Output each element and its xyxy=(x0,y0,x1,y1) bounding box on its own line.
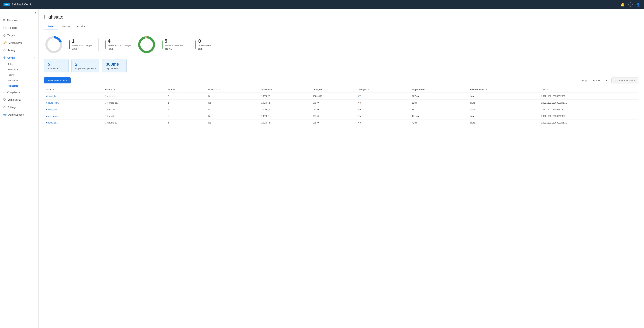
table-row: ensure_ser... ☐centos-co... 2 No 100% (2… xyxy=(44,100,638,106)
state-filter-icon[interactable]: ▼ xyxy=(53,89,54,91)
donut-chart-success xyxy=(137,35,156,54)
sidebar-subitem-file-server[interactable]: File Server xyxy=(0,78,38,83)
avg-minions-label: Avg Minions per State xyxy=(75,67,96,70)
tab-bar: States Minions Activity xyxy=(44,23,638,30)
dashboard-icon: ⊞ xyxy=(3,18,6,22)
clear-filters-button[interactable]: ▽ CLEAR FILTERS xyxy=(612,77,638,83)
state-link[interactable]: ubuntu-co... xyxy=(46,121,58,124)
sidebar-item-compliance[interactable]: ✓ Compliance › xyxy=(0,89,38,96)
table-row: install_apa... ☐centos-co... 2 No 100% (… xyxy=(44,106,638,113)
sidebar-item-settings[interactable]: ⚙ Settings › xyxy=(0,103,38,111)
donut-chart-changes xyxy=(44,35,64,54)
table-header: State ▼ SLS file ▼ Minions Errors ↓ xyxy=(44,87,638,93)
errors-sort-icon[interactable]: ↓ xyxy=(216,89,217,91)
sidebar-item-administration[interactable]: 👥 Administration › xyxy=(0,111,38,118)
cell-jids: 20221102133509929571 xyxy=(539,93,638,100)
sidebar-subitem-schedules[interactable]: Schedules xyxy=(0,67,38,72)
cell-environments: base xyxy=(468,120,539,126)
sidebar-item-dashboard[interactable]: ⊞ Dashboard xyxy=(0,16,38,24)
sidebar-item-vulnerability[interactable]: 🛡 Vulnerability › xyxy=(0,96,38,103)
cell-changes: No xyxy=(356,113,410,120)
col-state[interactable]: State ▼ xyxy=(44,87,102,93)
failed-bar xyxy=(196,40,196,49)
sidebar-collapse-button[interactable]: « xyxy=(0,9,38,16)
sidebar-item-activity[interactable]: ⏱ Activity › xyxy=(0,46,38,54)
metric-boxes: 5 Total States 2 Avg Minions per State 3… xyxy=(44,59,638,72)
avg-duration-value: 308ms xyxy=(106,62,123,67)
vulnerability-icon: 🛡 xyxy=(3,98,6,101)
state-link[interactable]: default_ht... xyxy=(46,95,58,97)
no-changes-block: 4 States with no changes 80% xyxy=(108,38,131,51)
notification-icon[interactable]: 🔔 xyxy=(620,2,625,7)
filter-icon: ▽ xyxy=(615,79,616,82)
chevron-right-icon: › xyxy=(34,91,35,94)
total-states-value: 5 xyxy=(48,62,65,67)
sidebar-subitem-pillars[interactable]: Pillars xyxy=(0,72,38,78)
cell-state: install_apa... xyxy=(44,106,102,113)
tab-minions[interactable]: Minions xyxy=(58,23,74,30)
changes-filter-icon[interactable]: ▼ xyxy=(368,89,370,91)
reports-icon: 📊 xyxy=(3,26,7,29)
jids-filter-icon[interactable]: ▼ xyxy=(547,89,549,91)
config-icon: ⚙ xyxy=(3,56,6,59)
sidebar-item-reports[interactable]: 📊 Reports xyxy=(0,24,38,31)
succeeded-percent: 100% xyxy=(165,48,183,51)
file-icon: ☐ xyxy=(104,115,106,117)
chevron-right-icon: › xyxy=(34,99,35,101)
col-jids[interactable]: JIDs ▼ xyxy=(539,87,638,93)
tab-activity[interactable]: Activity xyxy=(74,23,88,30)
metric-total-states: 5 Total States xyxy=(44,59,69,72)
sidebar-item-label: Reports xyxy=(8,26,17,29)
col-environments[interactable]: Environments ▼ xyxy=(468,87,539,93)
errors-filter-icon[interactable]: ▼ xyxy=(218,89,220,91)
sidebar: « ⊞ Dashboard 📊 Reports ◎ Targets 🔑 Mini… xyxy=(0,9,38,328)
run-highstate-button[interactable]: RUN HIGHSTATE xyxy=(44,77,70,83)
sidebar-subitem-highstate[interactable]: Highstate xyxy=(0,83,38,89)
cell-errors: No xyxy=(206,93,260,100)
env-filter-icon[interactable]: ▼ xyxy=(485,89,487,91)
cell-jids: 20221102133509929571 xyxy=(539,120,638,126)
sidebar-item-label: Compliance xyxy=(7,91,20,94)
cell-state: ensure_ser... xyxy=(44,100,102,106)
state-link[interactable]: ensure_ser... xyxy=(46,101,59,104)
limit-select[interactable]: All time Last hour Last day Last week La… xyxy=(590,78,609,83)
state-link[interactable]: install_apa... xyxy=(46,108,59,111)
cell-environments: base xyxy=(468,100,539,106)
svg-point-3 xyxy=(139,37,154,52)
table-row: ubuntu-co... ☐ubuntu-c... 3 No 100% (3) … xyxy=(44,120,638,126)
sidebar-item-minion-keys[interactable]: 🔑 Minion Keys › xyxy=(0,39,38,46)
sidebar-item-config[interactable]: ⚙ Config ∨ xyxy=(0,54,38,61)
stat-succeeded: 5 States succeeded 100% xyxy=(162,38,183,51)
topnav-brand: vmw SaltStack Config xyxy=(4,3,32,6)
no-changes-count: 4 xyxy=(108,38,131,44)
administration-icon: 👥 xyxy=(3,113,7,116)
state-link[interactable]: open_smb... xyxy=(46,115,59,117)
changes-percent: 20% xyxy=(72,48,92,51)
sidebar-item-label: Activity xyxy=(8,49,16,52)
cell-state: ubuntu-co... xyxy=(44,120,102,126)
file-icon: ☐ xyxy=(104,122,106,124)
cell-avg-duration: 1s xyxy=(410,106,468,113)
col-sls-file[interactable]: SLS file ▼ xyxy=(102,87,166,93)
col-succeeded: Succeeded xyxy=(259,87,310,93)
tab-states[interactable]: States xyxy=(44,23,58,30)
cell-errors: No xyxy=(206,113,260,120)
no-changes-label: States with no changes xyxy=(108,44,131,47)
changes-bar xyxy=(69,40,70,49)
sidebar-subitem-jobs[interactable]: Jobs xyxy=(0,61,38,67)
stat-failed: 0 States failed 0% xyxy=(196,38,211,51)
cell-minions: 2 xyxy=(166,93,206,100)
sidebar-item-label: Administration xyxy=(8,113,24,116)
sls-filter-icon[interactable]: ▼ xyxy=(114,89,115,91)
stats-row: 1 States with changes 20% 4 States with … xyxy=(44,35,638,54)
col-changes[interactable]: Changes ▼ xyxy=(356,87,410,93)
sidebar-item-targets[interactable]: ◎ Targets xyxy=(0,31,38,39)
cell-errors: No xyxy=(206,120,260,126)
cell-succeeded: 100% (2) xyxy=(259,106,310,113)
col-errors[interactable]: Errors ↓ ▼ xyxy=(206,87,260,93)
cell-succeeded: 100% (1) xyxy=(259,113,310,120)
user-icon[interactable]: 👤 xyxy=(636,2,640,7)
cell-changed: 0% (0) xyxy=(310,113,356,120)
cell-changed: 0% (0) xyxy=(310,120,356,126)
help-icon[interactable]: ? xyxy=(628,2,632,7)
